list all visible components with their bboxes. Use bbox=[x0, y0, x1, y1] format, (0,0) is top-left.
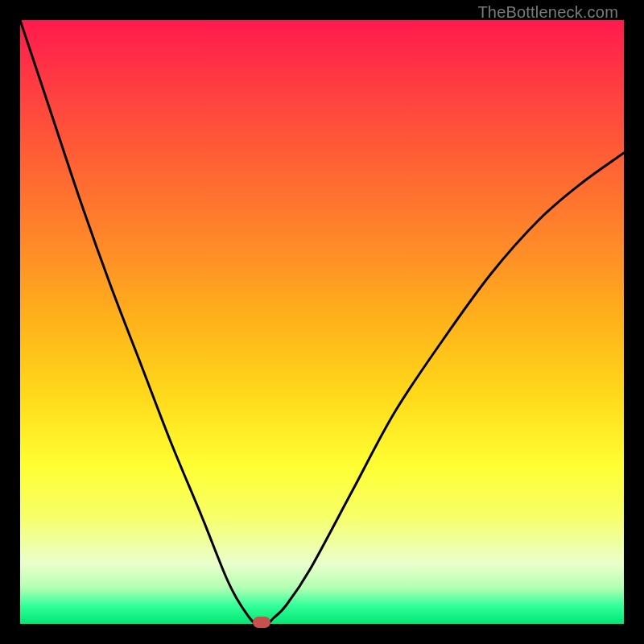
optimal-point-marker bbox=[253, 617, 270, 628]
watermark-text: TheBottleneck.com bbox=[477, 3, 618, 22]
bottleneck-curve bbox=[20, 20, 624, 624]
plot-area bbox=[20, 20, 624, 624]
chart-frame: TheBottleneck.com bbox=[0, 0, 644, 644]
